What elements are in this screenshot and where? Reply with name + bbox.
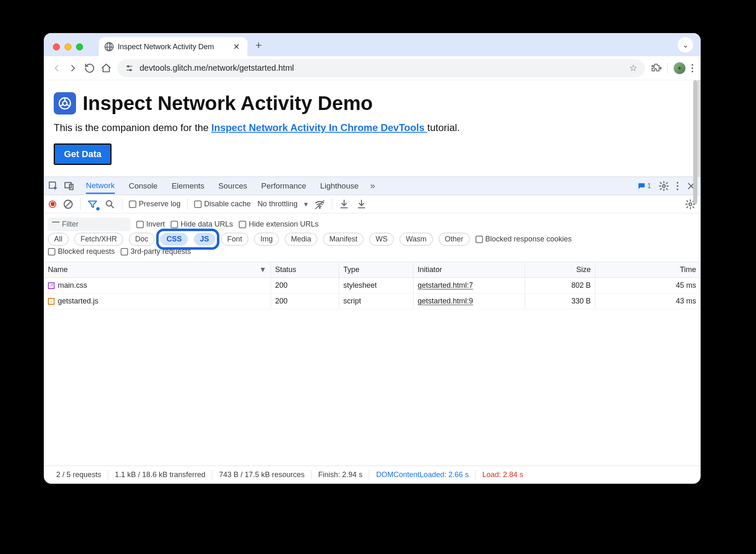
new-tab-button[interactable]: ＋ xyxy=(253,38,264,56)
browser-toolbar: devtools.glitch.me/network/getstarted.ht… xyxy=(44,56,701,80)
issues-button[interactable]: 1 xyxy=(637,182,651,190)
get-data-button[interactable]: Get Data xyxy=(54,143,112,165)
devtools-menu-button[interactable] xyxy=(677,182,678,190)
clear-button[interactable] xyxy=(63,199,74,210)
column-size[interactable]: Size xyxy=(525,262,595,277)
browser-tab[interactable]: Inspect Network Activity Dem ✕ xyxy=(99,37,247,56)
network-status-bar: 2 / 5 requests 1.1 kB / 18.6 kB transfer… xyxy=(44,466,701,484)
third-party-checkbox[interactable]: 3rd-party requests xyxy=(121,247,191,256)
blocked-requests-checkbox[interactable]: Blocked requests xyxy=(48,247,115,256)
page-content: Inspect Network Activity Demo This is th… xyxy=(44,80,701,177)
svg-point-19 xyxy=(319,207,320,208)
network-conditions-icon[interactable] xyxy=(314,199,325,210)
site-settings-icon[interactable] xyxy=(125,64,134,73)
filter-type-img[interactable]: Img xyxy=(254,233,279,246)
filter-type-font[interactable]: Font xyxy=(221,233,248,246)
extensions-button[interactable] xyxy=(651,63,661,74)
svg-point-22 xyxy=(689,203,692,205)
devtools-tab-network[interactable]: Network xyxy=(86,181,115,194)
invert-checkbox[interactable]: Invert xyxy=(136,220,165,229)
js-file-icon xyxy=(48,298,55,305)
svg-line-7 xyxy=(60,105,63,106)
devtools-tabs: NetworkConsoleElementsSourcesPerformance… xyxy=(86,181,359,191)
devtools-tab-console[interactable]: Console xyxy=(129,181,158,191)
network-filter-area: Filter Invert Hide data URLs Hide extens… xyxy=(44,213,701,262)
devtools-tabstrip: NetworkConsoleElementsSourcesPerformance… xyxy=(44,177,701,195)
initiator-link[interactable]: getstarted.html:9 xyxy=(418,297,473,305)
devtools-tab-performance[interactable]: Performance xyxy=(261,181,306,191)
throttling-select[interactable]: No throttling xyxy=(257,200,308,209)
table-header: Name▼ Status Type Initiator Size Time xyxy=(44,262,701,278)
column-name[interactable]: Name▼ xyxy=(44,262,271,277)
filter-type-media[interactable]: Media xyxy=(285,233,317,246)
page-scrollbar[interactable] xyxy=(693,80,697,204)
filter-type-wasm[interactable]: Wasm xyxy=(399,233,433,246)
profile-avatar[interactable] xyxy=(673,62,686,74)
filter-toggle-icon[interactable] xyxy=(87,199,98,210)
table-row[interactable]: main.css200stylesheetgetstarted.html:780… xyxy=(44,278,701,294)
request-size: 330 B xyxy=(525,294,595,309)
browser-menu-button[interactable] xyxy=(692,64,693,72)
tab-search-button[interactable]: ⌄ xyxy=(678,37,693,53)
disable-cache-checkbox[interactable]: Disable cache xyxy=(194,200,251,208)
preserve-log-checkbox[interactable]: Preserve log xyxy=(129,200,181,208)
minimize-window-button[interactable] xyxy=(64,43,71,50)
status-requests: 2 / 5 requests xyxy=(50,470,108,479)
filter-type-css[interactable]: CSS xyxy=(160,233,188,246)
column-time[interactable]: Time xyxy=(595,262,701,277)
status-domcontentloaded: DOMContentLoaded: 2.66 s xyxy=(369,470,475,479)
hide-data-urls-checkbox[interactable]: Hide data URLs xyxy=(171,220,233,229)
filter-input[interactable]: Filter xyxy=(48,217,131,231)
more-tabs-button[interactable]: » xyxy=(370,181,375,191)
home-button[interactable] xyxy=(101,63,112,74)
filter-type-manifest[interactable]: Manifest xyxy=(323,233,364,246)
record-button[interactable] xyxy=(49,201,56,208)
svg-point-5 xyxy=(63,101,67,105)
device-toolbar-icon[interactable] xyxy=(64,181,74,191)
issues-count: 1 xyxy=(647,182,651,190)
address-bar[interactable]: devtools.glitch.me/network/getstarted.ht… xyxy=(117,59,645,77)
column-type[interactable]: Type xyxy=(339,262,414,277)
tab-close-button[interactable]: ✕ xyxy=(231,42,242,52)
sort-indicator-icon: ▼ xyxy=(259,265,266,274)
import-har-icon[interactable] xyxy=(339,199,349,210)
export-har-icon[interactable] xyxy=(356,199,367,210)
filter-type-other[interactable]: Other xyxy=(439,233,470,246)
table-body: main.css200stylesheetgetstarted.html:780… xyxy=(44,278,701,466)
inspect-element-icon[interactable] xyxy=(48,181,59,191)
separator xyxy=(187,198,188,210)
back-button[interactable] xyxy=(51,63,62,74)
devtools-tab-sources[interactable]: Sources xyxy=(219,181,247,191)
request-size: 802 B xyxy=(525,278,595,293)
filter-type-all[interactable]: All xyxy=(48,233,69,246)
tab-title: Inspect Network Activity Dem xyxy=(118,43,214,51)
devtools-tab-lighthouse[interactable]: Lighthouse xyxy=(320,181,359,191)
devtools-settings-icon[interactable] xyxy=(659,181,669,191)
search-icon[interactable] xyxy=(105,199,115,210)
separator xyxy=(667,62,668,74)
table-row[interactable]: getstarted.js200scriptgetstarted.html:93… xyxy=(44,294,701,309)
network-toolbar: Preserve log Disable cache No throttling xyxy=(44,195,701,213)
url-text: devtools.glitch.me/network/getstarted.ht… xyxy=(140,63,623,73)
initiator-link[interactable]: getstarted.html:7 xyxy=(418,281,473,289)
request-type: script xyxy=(339,294,414,309)
filter-type-fetchxhr[interactable]: Fetch/XHR xyxy=(74,233,123,246)
column-initiator[interactable]: Initiator xyxy=(414,262,525,277)
close-window-button[interactable] xyxy=(53,43,60,50)
column-status[interactable]: Status xyxy=(271,262,339,277)
filter-type-doc[interactable]: Doc xyxy=(129,233,155,246)
svg-line-18 xyxy=(111,205,114,208)
reload-button[interactable] xyxy=(84,63,95,74)
filter-type-js[interactable]: JS xyxy=(194,233,215,246)
blocked-response-cookies-checkbox[interactable]: Blocked response cookies xyxy=(475,235,572,244)
filter-type-ws[interactable]: WS xyxy=(369,233,394,246)
tab-strip: Inspect Network Activity Dem ✕ ＋ ⌄ xyxy=(44,33,701,56)
devtools-tab-elements[interactable]: Elements xyxy=(171,181,204,191)
svg-point-3 xyxy=(130,69,131,71)
network-request-table: Name▼ Status Type Initiator Size Time ma… xyxy=(44,262,701,466)
tutorial-link[interactable]: Inspect Network Activity In Chrome DevTo… xyxy=(212,122,428,133)
bookmark-button[interactable]: ☆ xyxy=(629,63,637,74)
maximize-window-button[interactable] xyxy=(76,43,83,50)
forward-button[interactable] xyxy=(68,63,78,74)
hide-extension-urls-checkbox[interactable]: Hide extension URLs xyxy=(239,220,319,229)
